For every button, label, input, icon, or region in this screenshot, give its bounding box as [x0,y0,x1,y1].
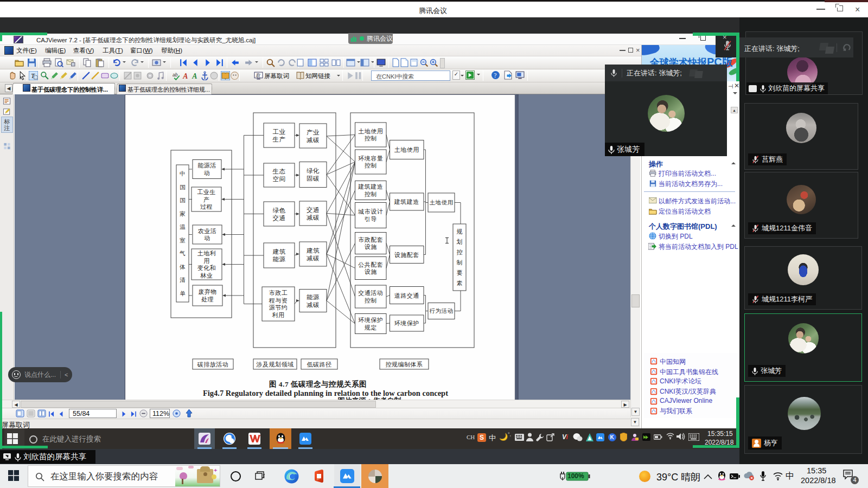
svg-text:道路交通: 道路交通 [394,292,419,299]
svg-text:环境容量: 环境容量 [358,155,383,162]
svg-text:素: 素 [457,280,463,286]
svg-text:低碳路径: 低碳路径 [307,361,332,368]
svg-text:图 4.7 低碳理念与控规关系图: 图 4.7 低碳理念与控规关系图 [269,380,367,388]
svg-text:动: 动 [204,170,210,176]
svg-text:体: 体 [179,264,186,270]
svg-text:源节约: 源节约 [269,304,288,311]
svg-text:农业活: 农业活 [198,228,217,234]
svg-text:市政工: 市政工 [269,290,288,296]
svg-text:控制: 控制 [365,191,377,197]
svg-text:国: 国 [180,197,186,203]
svg-text:变化和: 变化和 [197,265,216,271]
svg-text:控制: 控制 [365,135,377,142]
svg-text:空间: 空间 [273,176,286,182]
svg-text:处理: 处理 [201,296,214,303]
svg-text:减碳: 减碳 [307,137,320,143]
svg-text:A: A [192,72,197,80]
svg-text:交通活动: 交通活动 [358,290,383,296]
svg-text:设施: 设施 [365,268,377,275]
svg-text:中: 中 [180,170,186,177]
svg-text:产: 产 [203,196,210,203]
svg-text:利用: 利用 [272,312,285,318]
svg-text:涉及规划领域: 涉及规划领域 [256,361,294,368]
svg-text:K: K [610,434,615,440]
svg-text:家: 家 [180,210,186,217]
svg-text:林业: 林业 [200,272,213,279]
svg-text:土地使用: 土地使用 [358,128,383,134]
svg-text:生态: 生态 [272,168,286,175]
svg-text:要: 要 [457,269,463,276]
svg-text:划: 划 [456,239,463,245]
svg-text:城市设计: 城市设计 [358,208,383,215]
svg-text:Fig4.7 Regulatory detailed pla: Fig4.7 Regulatory detailed planning in r… [203,389,448,397]
svg-text:交通: 交通 [273,215,286,221]
svg-text:交通: 交通 [307,207,320,213]
svg-text:控制: 控制 [365,297,377,304]
svg-text:绿色: 绿色 [273,207,286,214]
svg-text:气: 气 [179,250,186,256]
svg-text:室: 室 [180,237,186,243]
svg-text:减碳: 减碳 [307,255,320,261]
svg-text:土地使用: 土地使用 [394,146,419,153]
svg-text:清: 清 [180,277,186,283]
svg-text:ab: ab [173,72,178,78]
svg-text:过程: 过程 [200,203,213,210]
svg-text:废弃物: 废弃物 [198,288,217,295]
svg-text:能源: 能源 [307,294,320,300]
svg-text:国: 国 [180,184,186,190]
svg-text:公共配套: 公共配套 [358,261,383,268]
svg-text:绿化: 绿化 [307,168,320,174]
svg-text:土地利: 土地利 [197,250,216,256]
svg-text:引导: 引导 [365,216,377,222]
svg-text:用: 用 [203,258,210,264]
svg-text:制: 制 [457,259,463,266]
svg-text:建筑建造: 建筑建造 [358,183,383,190]
svg-text:取: 取 [256,73,260,78]
svg-text:环境保护: 环境保护 [358,317,383,323]
svg-text:碳排放活动: 碳排放活动 [197,361,229,368]
svg-text:行为活动: 行为活动 [430,307,454,314]
svg-text:规: 规 [457,228,463,235]
svg-text:市政配套: 市政配套 [358,236,383,243]
svg-text:建筑: 建筑 [307,247,320,254]
svg-text:生产: 生产 [272,136,286,143]
svg-text:建筑建造: 建筑建造 [394,198,419,205]
svg-text:?: ? [494,72,496,79]
svg-text:减碳: 减碳 [307,214,320,221]
svg-text:控规编制体系: 控规编制体系 [386,361,423,368]
svg-text:A: A [182,72,188,80]
svg-text:控制: 控制 [365,162,377,169]
svg-text:环境保护: 环境保护 [394,320,419,326]
svg-text:工业: 工业 [273,129,286,135]
svg-text:固碳: 固碳 [307,175,320,182]
svg-text:减碳: 减碳 [307,301,320,308]
svg-text:控: 控 [457,249,463,255]
svg-text:土地使用: 土地使用 [430,199,454,206]
svg-text:设施配套: 设施配套 [394,252,419,258]
svg-text:程与资: 程与资 [269,297,288,304]
svg-text:单: 单 [180,290,186,297]
svg-text:能源活: 能源活 [197,162,216,169]
svg-text:建筑: 建筑 [273,248,286,255]
svg-text:规定: 规定 [365,324,377,331]
svg-text:设施: 设施 [365,243,377,250]
svg-text:温: 温 [180,223,186,230]
svg-text:动: 动 [204,235,210,241]
svg-text:产业: 产业 [307,129,320,136]
svg-text:工业生: 工业生 [197,189,216,195]
svg-text:能源: 能源 [273,256,286,262]
